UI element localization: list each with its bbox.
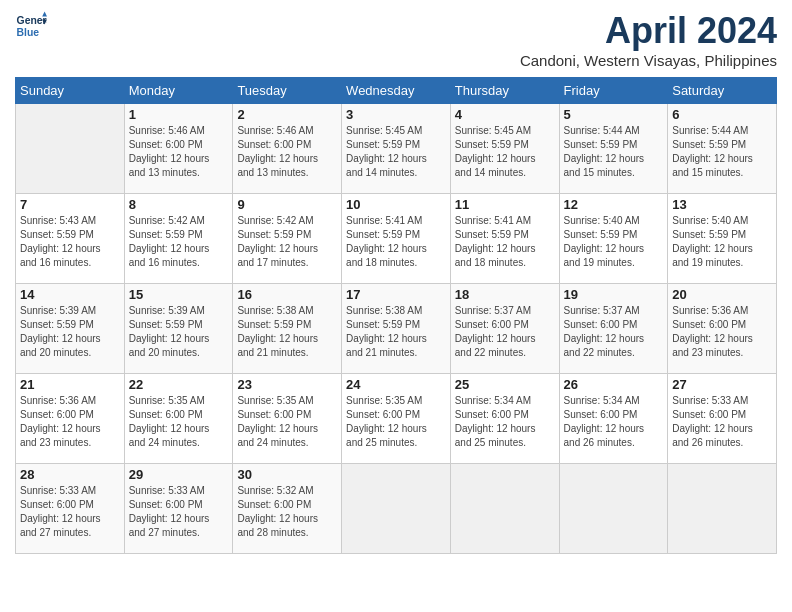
calendar-header-row: SundayMondayTuesdayWednesdayThursdayFrid… [16, 78, 777, 104]
day-number: 26 [564, 377, 664, 392]
day-info: Sunrise: 5:44 AM Sunset: 5:59 PM Dayligh… [672, 124, 772, 180]
calendar-day-cell: 12Sunrise: 5:40 AM Sunset: 5:59 PM Dayli… [559, 194, 668, 284]
calendar-day-cell: 22Sunrise: 5:35 AM Sunset: 6:00 PM Dayli… [124, 374, 233, 464]
day-number: 29 [129, 467, 229, 482]
col-header-thursday: Thursday [450, 78, 559, 104]
day-number: 20 [672, 287, 772, 302]
calendar-day-cell: 21Sunrise: 5:36 AM Sunset: 6:00 PM Dayli… [16, 374, 125, 464]
calendar-week-row: 7Sunrise: 5:43 AM Sunset: 5:59 PM Daylig… [16, 194, 777, 284]
day-number: 1 [129, 107, 229, 122]
day-number: 21 [20, 377, 120, 392]
calendar-day-cell: 19Sunrise: 5:37 AM Sunset: 6:00 PM Dayli… [559, 284, 668, 374]
calendar-day-cell: 14Sunrise: 5:39 AM Sunset: 5:59 PM Dayli… [16, 284, 125, 374]
col-header-sunday: Sunday [16, 78, 125, 104]
calendar-day-cell: 6Sunrise: 5:44 AM Sunset: 5:59 PM Daylig… [668, 104, 777, 194]
day-number: 30 [237, 467, 337, 482]
day-info: Sunrise: 5:33 AM Sunset: 6:00 PM Dayligh… [672, 394, 772, 450]
day-number: 3 [346, 107, 446, 122]
day-number: 25 [455, 377, 555, 392]
day-info: Sunrise: 5:40 AM Sunset: 5:59 PM Dayligh… [672, 214, 772, 270]
col-header-tuesday: Tuesday [233, 78, 342, 104]
day-info: Sunrise: 5:46 AM Sunset: 6:00 PM Dayligh… [129, 124, 229, 180]
logo-icon: General Blue [15, 10, 47, 42]
day-number: 12 [564, 197, 664, 212]
calendar-day-cell: 29Sunrise: 5:33 AM Sunset: 6:00 PM Dayli… [124, 464, 233, 554]
day-number: 7 [20, 197, 120, 212]
day-info: Sunrise: 5:45 AM Sunset: 5:59 PM Dayligh… [455, 124, 555, 180]
calendar-day-cell: 5Sunrise: 5:44 AM Sunset: 5:59 PM Daylig… [559, 104, 668, 194]
day-number: 17 [346, 287, 446, 302]
calendar-day-cell: 23Sunrise: 5:35 AM Sunset: 6:00 PM Dayli… [233, 374, 342, 464]
svg-text:General: General [17, 15, 47, 26]
calendar-day-cell: 18Sunrise: 5:37 AM Sunset: 6:00 PM Dayli… [450, 284, 559, 374]
day-number: 24 [346, 377, 446, 392]
calendar-day-cell: 25Sunrise: 5:34 AM Sunset: 6:00 PM Dayli… [450, 374, 559, 464]
calendar-day-cell: 15Sunrise: 5:39 AM Sunset: 5:59 PM Dayli… [124, 284, 233, 374]
calendar-day-cell: 2Sunrise: 5:46 AM Sunset: 6:00 PM Daylig… [233, 104, 342, 194]
day-info: Sunrise: 5:46 AM Sunset: 6:00 PM Dayligh… [237, 124, 337, 180]
calendar-day-cell: 26Sunrise: 5:34 AM Sunset: 6:00 PM Dayli… [559, 374, 668, 464]
day-info: Sunrise: 5:35 AM Sunset: 6:00 PM Dayligh… [346, 394, 446, 450]
calendar-week-row: 1Sunrise: 5:46 AM Sunset: 6:00 PM Daylig… [16, 104, 777, 194]
calendar-table: SundayMondayTuesdayWednesdayThursdayFrid… [15, 77, 777, 554]
day-number: 2 [237, 107, 337, 122]
month-title: April 2024 [520, 10, 777, 52]
day-info: Sunrise: 5:39 AM Sunset: 5:59 PM Dayligh… [129, 304, 229, 360]
calendar-day-cell: 27Sunrise: 5:33 AM Sunset: 6:00 PM Dayli… [668, 374, 777, 464]
day-info: Sunrise: 5:34 AM Sunset: 6:00 PM Dayligh… [455, 394, 555, 450]
calendar-day-cell: 4Sunrise: 5:45 AM Sunset: 5:59 PM Daylig… [450, 104, 559, 194]
logo: General Blue [15, 10, 47, 42]
location-subtitle: Candoni, Western Visayas, Philippines [520, 52, 777, 69]
day-info: Sunrise: 5:43 AM Sunset: 5:59 PM Dayligh… [20, 214, 120, 270]
calendar-day-cell: 17Sunrise: 5:38 AM Sunset: 5:59 PM Dayli… [342, 284, 451, 374]
day-number: 22 [129, 377, 229, 392]
day-number: 11 [455, 197, 555, 212]
calendar-day-cell [450, 464, 559, 554]
day-info: Sunrise: 5:32 AM Sunset: 6:00 PM Dayligh… [237, 484, 337, 540]
day-info: Sunrise: 5:33 AM Sunset: 6:00 PM Dayligh… [20, 484, 120, 540]
calendar-day-cell [16, 104, 125, 194]
day-info: Sunrise: 5:38 AM Sunset: 5:59 PM Dayligh… [346, 304, 446, 360]
day-info: Sunrise: 5:41 AM Sunset: 5:59 PM Dayligh… [346, 214, 446, 270]
calendar-day-cell: 16Sunrise: 5:38 AM Sunset: 5:59 PM Dayli… [233, 284, 342, 374]
calendar-day-cell: 30Sunrise: 5:32 AM Sunset: 6:00 PM Dayli… [233, 464, 342, 554]
day-info: Sunrise: 5:37 AM Sunset: 6:00 PM Dayligh… [455, 304, 555, 360]
calendar-day-cell: 28Sunrise: 5:33 AM Sunset: 6:00 PM Dayli… [16, 464, 125, 554]
calendar-day-cell: 8Sunrise: 5:42 AM Sunset: 5:59 PM Daylig… [124, 194, 233, 284]
calendar-week-row: 28Sunrise: 5:33 AM Sunset: 6:00 PM Dayli… [16, 464, 777, 554]
col-header-friday: Friday [559, 78, 668, 104]
day-number: 14 [20, 287, 120, 302]
day-number: 19 [564, 287, 664, 302]
day-info: Sunrise: 5:40 AM Sunset: 5:59 PM Dayligh… [564, 214, 664, 270]
col-header-monday: Monday [124, 78, 233, 104]
day-info: Sunrise: 5:38 AM Sunset: 5:59 PM Dayligh… [237, 304, 337, 360]
day-info: Sunrise: 5:35 AM Sunset: 6:00 PM Dayligh… [129, 394, 229, 450]
calendar-day-cell: 13Sunrise: 5:40 AM Sunset: 5:59 PM Dayli… [668, 194, 777, 284]
day-info: Sunrise: 5:45 AM Sunset: 5:59 PM Dayligh… [346, 124, 446, 180]
page-header: General Blue April 2024 Candoni, Western… [15, 10, 777, 69]
day-number: 4 [455, 107, 555, 122]
calendar-day-cell: 9Sunrise: 5:42 AM Sunset: 5:59 PM Daylig… [233, 194, 342, 284]
day-info: Sunrise: 5:42 AM Sunset: 5:59 PM Dayligh… [129, 214, 229, 270]
calendar-day-cell: 1Sunrise: 5:46 AM Sunset: 6:00 PM Daylig… [124, 104, 233, 194]
col-header-wednesday: Wednesday [342, 78, 451, 104]
day-number: 27 [672, 377, 772, 392]
calendar-day-cell: 11Sunrise: 5:41 AM Sunset: 5:59 PM Dayli… [450, 194, 559, 284]
calendar-day-cell [668, 464, 777, 554]
calendar-day-cell [559, 464, 668, 554]
day-info: Sunrise: 5:34 AM Sunset: 6:00 PM Dayligh… [564, 394, 664, 450]
day-info: Sunrise: 5:35 AM Sunset: 6:00 PM Dayligh… [237, 394, 337, 450]
calendar-day-cell: 20Sunrise: 5:36 AM Sunset: 6:00 PM Dayli… [668, 284, 777, 374]
svg-marker-2 [42, 12, 47, 17]
svg-text:Blue: Blue [17, 27, 40, 38]
day-number: 15 [129, 287, 229, 302]
calendar-day-cell [342, 464, 451, 554]
day-number: 13 [672, 197, 772, 212]
calendar-week-row: 21Sunrise: 5:36 AM Sunset: 6:00 PM Dayli… [16, 374, 777, 464]
day-info: Sunrise: 5:37 AM Sunset: 6:00 PM Dayligh… [564, 304, 664, 360]
calendar-day-cell: 24Sunrise: 5:35 AM Sunset: 6:00 PM Dayli… [342, 374, 451, 464]
day-number: 6 [672, 107, 772, 122]
day-number: 5 [564, 107, 664, 122]
day-number: 28 [20, 467, 120, 482]
title-area: April 2024 Candoni, Western Visayas, Phi… [520, 10, 777, 69]
